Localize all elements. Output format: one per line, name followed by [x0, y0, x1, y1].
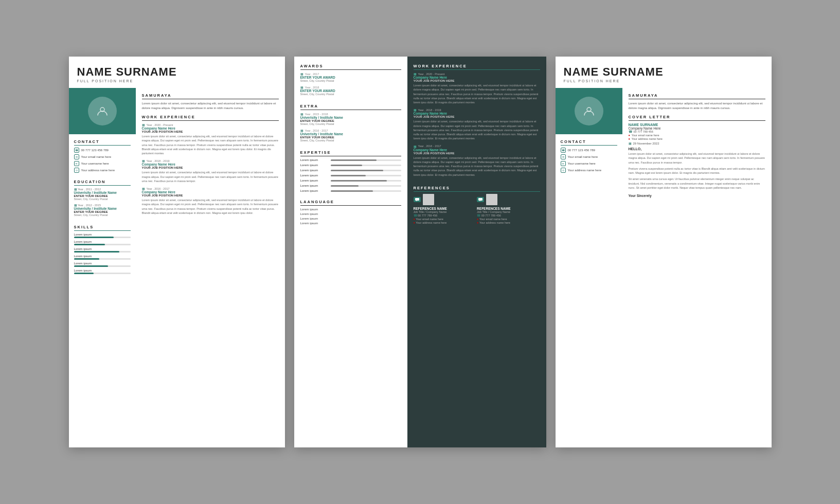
card1-samuraya-text: Lorem ipsum dolor sit amet, consectetur …: [142, 101, 279, 111]
card1-position: FULL POSITION HERE: [77, 79, 277, 83]
card2-awards-title: AWARDS: [300, 64, 401, 70]
cover-addr-icon: ●: [629, 137, 630, 140]
card2-lang-title: LAANGUAGE: [300, 200, 401, 206]
skill-1: Lorem ipsum: [74, 240, 131, 245]
exp-4: Lorem ipsum: [300, 179, 401, 182]
work-item-0: ▦Year , 2020 - Present Company Name Here…: [142, 123, 279, 155]
card1-skills-section: SKILLS Lorem ipsum Lorem ipsum Lorem ips…: [74, 225, 131, 276]
ref-1-avatar: [477, 194, 537, 205]
scene: NAME SURNAME FULL POSITION HERE: [48, 26, 792, 478]
cover-sincerely: Your Sincerely: [629, 194, 765, 197]
award-0: ▦Year , 2017 ENTER YOUR AWARD Street, Ci…: [300, 72, 401, 82]
card1-samuraya-section: SAMURAYA Lorem ipsum dolor sit amet, con…: [142, 93, 279, 111]
c3-contact-phone: ☎ 00 777 123 456 789: [561, 148, 617, 153]
c3-email-icon: ✉: [561, 154, 566, 159]
ref-photo-1: [486, 194, 497, 205]
card3-header: NAME SURNAME FULL POSITION HERE: [556, 57, 772, 88]
cover-email-icon: ●: [629, 134, 630, 137]
ref-0-avatar: [414, 194, 473, 205]
card1-education-section: EDUCATION ▦ Year , 2011 - 2012 Univerisi…: [74, 179, 131, 220]
card1-body: CONTACT ☎ 00 777 123 456 789 ✉ Your emai…: [69, 88, 285, 447]
card1-work-section: WORK EXPERIENCE ▦Year , 2020 - Present C…: [142, 115, 279, 219]
card3-sidebar: CONTACT ☎ 00 777 123 456 789 ✉ Your emai…: [556, 88, 622, 447]
cover-para-2: Pretium viverra suspendisse potenti null…: [629, 167, 765, 175]
resume-card-1: NAME SURNAME FULL POSITION HERE: [69, 57, 285, 447]
ref-photo-0: [423, 194, 434, 205]
card1-contact-title: CONTACT: [74, 139, 131, 146]
extra-1: ▦Year , 2016 - 2017 Univerisity / Instit…: [300, 129, 401, 142]
exp-6: Lorem ipsum: [300, 189, 401, 192]
phone-icon: ☎: [74, 148, 79, 153]
resume-card-3: NAME SURNAME FULL POSITION HERE CONTACT: [556, 57, 772, 447]
extra-0: ▦Year , 2015 - 2018 Univerisity / Instit…: [300, 112, 401, 125]
card3-samuraya-section: SAMURAYA Lorem ipsum dolor sit amet, con…: [629, 93, 765, 111]
card1-edu-title: EDUCATION: [74, 179, 131, 186]
linkedin-icon: in: [74, 161, 79, 166]
card3-name: NAME SURNAME: [564, 66, 763, 78]
chat-icon-0: [414, 197, 421, 202]
exp-0: Lorem ipsum: [300, 158, 401, 161]
skill-4: Lorem ipsum: [74, 262, 131, 267]
cover-address: ● Your address name here: [629, 137, 765, 140]
card3-main: SAMURAYA Lorem ipsum dolor sit amet, con…: [622, 88, 772, 447]
exp-5: Lorem ipsum: [300, 184, 401, 187]
cover-hello: HELLO,: [629, 147, 765, 151]
card2-right: WORK EXPERIENCE ▦Year , 2020 - Present C…: [407, 57, 546, 447]
card2-ref-title: REFERENCES: [414, 186, 540, 192]
card2-extra-section: EXTRA ▦Year , 2015 - 2018 Univerisity / …: [300, 104, 401, 145]
award-1: ▦Year , 2018 ENTER YOUR AWARD Street, Ci…: [300, 85, 401, 96]
card3-cover-title: COVER LETTER: [629, 115, 765, 121]
card1-avatar: [88, 97, 117, 125]
card1-name: NAME SURNAME: [77, 66, 277, 78]
exp-3: Lorem ipsum: [300, 174, 401, 177]
c3-contact-linkedin: in Your username here: [561, 161, 617, 166]
contact-email: ✉ Your email name here: [74, 154, 131, 159]
lang-2: Lorem ipsum: [300, 217, 401, 220]
skill-2: Lorem ipsum: [74, 247, 131, 253]
svg-rect-2: [478, 198, 482, 201]
svg-rect-1: [415, 198, 419, 201]
card2-expertise-title: EXPERTISE: [300, 150, 401, 156]
edu-item-1: ▦ Year , 2012 - 2015 Univerisity / Insti…: [74, 204, 131, 217]
contact-address: ⊙ Your address name here: [74, 168, 131, 173]
skill-3: Lorem ipsum: [74, 255, 131, 260]
card3-contact-title: CONTACT: [561, 139, 617, 146]
dark-work-1: ▦Year , 2018 - 2019 Company Name Here YO…: [414, 108, 540, 140]
card2-awards-section: AWARDS ▦Year , 2017 ENTER YOUR AWARD Str…: [300, 64, 401, 99]
card3-samuraya-title: SAMURAYA: [629, 93, 765, 99]
card3-samuraya-text: Lorem ipsum dolor sit amet, consectetur …: [629, 101, 765, 111]
card2-left: AWARDS ▦Year , 2017 ENTER YOUR AWARD Str…: [294, 57, 407, 447]
card3-body: CONTACT ☎ 00 777 123 456 789 ✉ Your emai…: [556, 88, 772, 447]
card1-samuraya-title: SAMURAYA: [142, 93, 279, 99]
lang-0: Lorem ipsum: [300, 208, 401, 211]
cal-icon-cover: ▦: [629, 141, 632, 145]
cover-phone-icon: ☎: [629, 130, 632, 133]
card3-contact-section: CONTACT ☎ 00 777 123 456 789 ✉ Your emai…: [561, 139, 617, 174]
card1-work-title: WORK EXPERIENCE: [142, 115, 279, 121]
contact-phone: ☎ 00 777 123 456 789: [74, 148, 131, 153]
cover-para-3: Sit amet venenatis uma cursus eget. Ut f…: [629, 177, 765, 190]
card1-skills-title: SKILLS: [74, 225, 131, 231]
card3-sidebar-content: CONTACT ☎ 00 777 123 456 789 ✉ Your emai…: [556, 134, 622, 179]
chat-icon-1: [477, 197, 484, 202]
card2-work-title: WORK EXPERIENCE: [414, 64, 540, 70]
work-item-1: ▦Year , 2018 - 2019 Company Name Here YO…: [142, 159, 279, 183]
ref-0: REFERENCES NAME Job Title / Company Name…: [414, 194, 473, 224]
card3-cover-section: COVER LETTER NAME SURNAME Company Name H…: [629, 115, 765, 197]
skill-5: Lorem ipsum: [74, 269, 131, 274]
location-icon: ⊙: [74, 168, 79, 173]
card2-expertise-section: EXPERTISE Lorem ipsum Lorem ipsum Lorem …: [300, 150, 401, 194]
card1-sidebar: CONTACT ☎ 00 777 123 456 789 ✉ Your emai…: [69, 88, 136, 447]
dark-work-0: ▦Year , 2020 - Present Company Name Here…: [414, 72, 540, 104]
lang-3: Lorem ipsum: [300, 222, 401, 225]
card2-references-section: REFERENCES REFERENCES NAME Job Title / C…: [414, 186, 540, 224]
card3-photo-block: [556, 88, 622, 134]
card3-position: FULL POSITION HERE: [564, 79, 763, 83]
card2-work-section: WORK EXPERIENCE ▦Year , 2020 - Present C…: [414, 64, 540, 181]
cover-phone: ☎ 00 777 789 456: [629, 130, 765, 133]
work-item-2: ▦Year , 2016 - 2017 Company Name Here YO…: [142, 187, 279, 215]
lang-1: Lorem ipsum: [300, 212, 401, 215]
card1-header: NAME SURNAME FULL POSITION HERE: [69, 57, 285, 88]
ref-block: REFERENCES NAME Job Title / Company Name…: [414, 194, 540, 224]
card1-sidebar-content: CONTACT ☎ 00 777 123 456 789 ✉ Your emai…: [69, 134, 136, 281]
